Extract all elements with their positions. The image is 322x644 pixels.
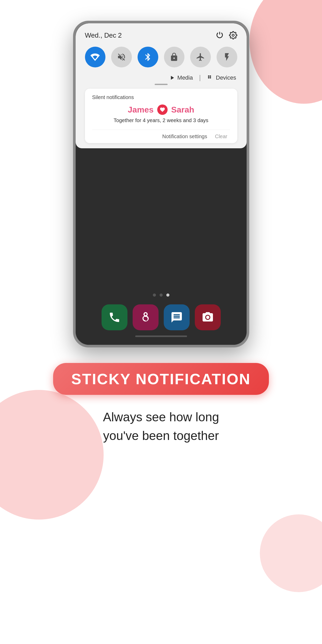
bluetooth-toggle[interactable] [138, 47, 158, 67]
name-sarah: Sarah [171, 105, 194, 115]
phone-mockup: Wed., Dec 2 [73, 21, 249, 347]
name-james: James [128, 105, 154, 115]
bottom-dock [102, 304, 221, 330]
phone-frame: Wed., Dec 2 [73, 21, 249, 347]
page-dots [153, 293, 169, 297]
notification-card: Silent notifications James Sarah Togeth [85, 89, 237, 143]
svg-point-1 [208, 75, 209, 76]
gear-icon[interactable] [229, 31, 237, 39]
svg-point-2 [210, 75, 211, 76]
quick-toggles [85, 47, 237, 67]
couple-names: James Sarah [92, 104, 230, 115]
page-dot-3 [166, 293, 169, 297]
power-icon[interactable] [216, 31, 224, 39]
torch-toggle[interactable] [217, 47, 237, 67]
status-icons [216, 31, 237, 39]
notification-section-label: Silent notifications [92, 94, 230, 100]
airplane-mode-toggle[interactable] [190, 47, 211, 67]
together-text: Together for 4 years, 2 weeks and 3 days [92, 117, 230, 123]
page-dot-1 [153, 293, 156, 297]
bg-blob-bottom-right [260, 514, 322, 592]
dock-phone-app[interactable] [102, 304, 127, 330]
sticky-badge-text: STICKY NOTIFICATION [71, 370, 251, 387]
separator: | [199, 74, 201, 82]
wifi-toggle[interactable] [85, 47, 106, 67]
bottom-tagline: Always see how longyou've been together [103, 408, 219, 445]
media-label: Media [177, 74, 193, 81]
page-dot-2 [160, 293, 163, 297]
notification-actions: Notification settings Clear [92, 130, 230, 143]
screen-lock-toggle[interactable] [164, 47, 185, 67]
sticky-notification-badge: STICKY NOTIFICATION [53, 363, 269, 395]
devices-label: Devices [216, 74, 236, 81]
dock-camera-app[interactable] [195, 304, 221, 330]
status-date: Wed., Dec 2 [85, 31, 122, 39]
media-devices-row: Media | Devices [85, 74, 237, 82]
dock-chat-app[interactable] [164, 304, 190, 330]
dock-flower-app[interactable] [133, 304, 159, 330]
svg-point-3 [208, 77, 209, 78]
phone-screen: Wed., Dec 2 [76, 23, 247, 345]
home-screen [76, 148, 247, 345]
notification-content: James Sarah Together for 4 years, 2 week… [92, 104, 230, 129]
svg-point-0 [232, 34, 234, 36]
home-bar [135, 335, 187, 337]
status-bar: Wed., Dec 2 [85, 31, 237, 39]
media-button[interactable]: Media [169, 74, 193, 81]
bottom-section: STICKY NOTIFICATION Always see how longy… [0, 347, 322, 466]
heart-icon [157, 104, 168, 115]
devices-button[interactable]: Devices [207, 74, 236, 81]
notification-settings-button[interactable]: Notification settings [162, 134, 207, 139]
mute-toggle[interactable] [111, 47, 132, 67]
drag-handle [155, 84, 168, 85]
quick-settings-panel: Wed., Dec 2 [76, 23, 247, 148]
svg-point-4 [210, 77, 211, 78]
bg-blob-top-right [249, 0, 322, 104]
clear-button[interactable]: Clear [215, 134, 227, 139]
